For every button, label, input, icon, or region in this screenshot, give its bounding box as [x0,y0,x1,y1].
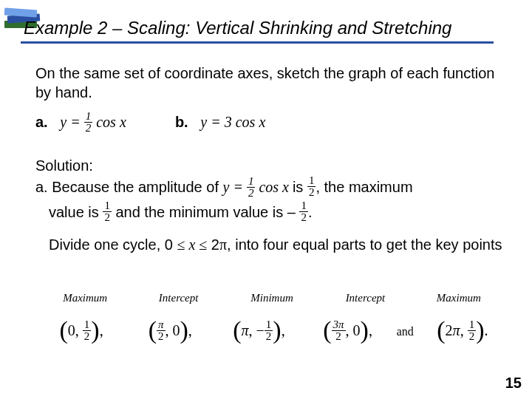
kp-label: Maximum [412,292,505,304]
eq-half-cosx: y = 12 cos x [223,179,293,195]
key-point-3: (π, −12), [214,318,303,346]
solution-a-line1: a. Because the amplitude of y = 12 cos x… [35,177,508,200]
kp-and: and [392,325,418,338]
equation-a: y = 12 cos x [60,114,129,130]
equations-line: a. y = 12 cos x b. y = 3 cos x [35,112,508,135]
max-value: 12 [103,200,112,223]
kp-label: Minimum [225,292,318,304]
kp-label: Intercept [318,292,412,304]
key-point-2: (π2, 0), [126,318,214,346]
kp-label: Maximum [38,292,132,304]
divide-cycle-text: Divide one cycle, 0 ≤ x ≤ 2π, into four … [49,235,508,254]
solution-heading: Solution: [35,156,508,175]
slide-title: Example 2 – Scaling: Vertical Shrinking … [21,18,494,44]
page-number: 15 [505,375,522,392]
key-points-block: Maximum Intercept Minimum Intercept Maxi… [35,292,508,346]
equation-b: y = 3 cos x [200,114,265,130]
min-value: 12 [299,200,308,223]
kp-label: Intercept [132,292,225,304]
key-point-1: (0, 12), [37,318,126,346]
key-point-4: (3π2, 0), [304,318,392,346]
amplitude-value: 12 [307,175,316,198]
label-b: b. [175,114,188,130]
key-point-5: (2π, 12). [418,318,507,346]
solution-a-line2: value is 12 and the minimum value is – 1… [49,202,508,225]
intro-text: On the same set of coordinate axes, sket… [35,64,508,102]
label-a: a. [35,114,48,130]
